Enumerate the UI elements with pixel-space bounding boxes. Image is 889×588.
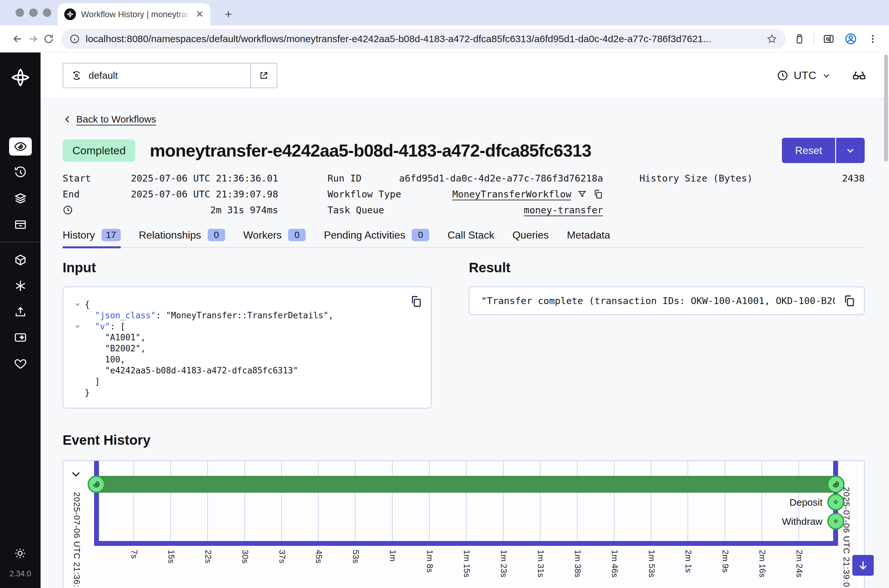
timeline-gridline [355,461,356,541]
task-queue-link[interactable]: money-transfer [523,204,603,216]
labs-glasses-icon[interactable] [852,68,866,82]
workflow-execution-span[interactable] [97,476,835,493]
temporal-logo[interactable] [11,68,30,89]
reload-icon[interactable] [41,31,56,46]
x-axis-tick-label: 2m 1s [683,550,693,573]
schedules-icon [14,166,27,179]
browser-scrollbar-thumb[interactable] [884,54,888,161]
chevron-down-icon [821,70,831,80]
reset-button[interactable]: Reset [782,138,835,163]
collapse-chevron-icon[interactable] [71,301,85,308]
sidebar-item-schedules[interactable] [9,164,32,182]
sidebar-item-nexus[interactable] [9,277,32,295]
timeline-gridline [503,461,504,541]
withdraw-activity-marker[interactable] [827,513,844,530]
result-viewer: "Transfer complete (transaction IDs: OKW… [469,286,865,315]
profile-icon[interactable] [843,31,859,46]
sidebar-item-favorites[interactable] [9,355,32,373]
tab-relationships[interactable]: Relationships0 [139,229,225,248]
x-axis-tick-label: 7s [129,550,139,558]
timeline-start-axis [94,461,99,546]
sidebar-item-namespaces[interactable] [9,251,32,269]
timeline-gridline [392,461,393,541]
bookmark-star-icon[interactable] [766,33,778,44]
timeline-gridline [651,461,651,541]
app-sidebar: 2.34.0 [0,52,41,588]
x-axis-tick-label: 22s [203,550,213,563]
start-label: Start [63,173,91,184]
minimize-window-button[interactable] [29,8,38,17]
close-window-button[interactable] [16,8,24,17]
x-axis-tick-label: 1m 38s [573,550,583,577]
workflow-type-link[interactable]: MoneyTransferWorkflow [452,189,572,200]
tab-history[interactable]: History17 [63,229,121,248]
sidebar-item-archive[interactable] [9,215,32,233]
input-heading: Input [63,260,432,276]
timeline-expand-chevron-icon[interactable] [69,467,83,482]
workflow-type-label: Workflow Type [327,189,401,200]
reset-menu-button[interactable] [836,138,865,163]
temporal-favicon-icon [64,8,76,20]
code-line: "B2002", [71,343,402,354]
address-bar[interactable]: localhost:8080/namespaces/default/workfl… [61,29,786,49]
sidebar-item-import[interactable] [9,303,32,321]
timezone-selector[interactable]: UTC [777,69,831,82]
scroll-to-bottom-button[interactable] [852,555,874,576]
timeline-gridline [207,461,208,541]
back-to-workflows-link[interactable]: Back to Workflows [76,114,156,125]
theme-sun-icon[interactable] [14,547,26,561]
copy-input-button[interactable] [409,295,423,309]
x-axis-tick-label: 53s [351,550,361,563]
x-axis-tick-label: 1m 8s [425,550,435,573]
menu-kebab-icon[interactable] [865,31,881,46]
timeline-gridline [170,461,171,541]
tab-metadata[interactable]: Metadata [567,229,610,248]
url-text[interactable]: localhost:8080/namespaces/default/workfl… [86,33,761,44]
sidebar-item-batch[interactable] [9,189,32,207]
x-axis-tick-label: 1m [388,550,398,561]
code-line: "e4242aa5-b08d-4183-a472-dfca85fc6313" [71,365,402,376]
site-info-icon[interactable] [69,34,80,44]
code-line: { [71,299,402,310]
sidebar-item-feedback[interactable] [9,328,32,347]
tab-close-icon[interactable]: ✕ [196,9,204,19]
tab-call-stack[interactable]: Call Stack [447,229,494,248]
copy-result-button[interactable] [842,294,856,308]
sidebar-divider [0,242,41,243]
input-panel: Input { "json_class": "MoneyTransfer::Tr… [63,260,432,408]
import-icon [14,305,27,319]
x-axis-tick-label: 30s [240,550,250,563]
sidebar-item-workflows[interactable] [9,138,32,156]
x-axis-tick-label: 37s [277,550,287,563]
external-link-icon [259,70,269,80]
workflow-start-marker[interactable] [87,476,105,493]
collapse-chevron-icon[interactable] [71,323,85,330]
forward-icon[interactable] [25,31,41,46]
side-panel-search-icon[interactable] [821,31,836,46]
workflow-end-marker[interactable] [827,476,845,493]
browser-tab[interactable]: Workflow History | moneytran ✕ [58,3,210,25]
namespace-open-button[interactable] [250,63,277,87]
timezone-label: UTC [794,69,816,82]
tab-count-badge: 17 [102,229,121,241]
window-controls[interactable] [16,8,51,17]
archive-icon [14,218,27,231]
timeline-gridline [725,461,725,541]
chrome-actions [792,31,881,46]
extensions-icon[interactable] [792,31,807,46]
tab-workers[interactable]: Workers0 [243,229,306,248]
input-code-viewer: { "json_class": "MoneyTransfer::Transfer… [63,286,432,408]
zoom-window-button[interactable] [43,8,51,17]
tab-queries[interactable]: Queries [512,229,549,248]
new-tab-button[interactable] [221,7,236,21]
deposit-activity-marker[interactable] [827,494,844,510]
namespace-selector[interactable]: default [63,63,277,88]
nexus-icon [14,279,27,293]
tab-pending-activities[interactable]: Pending Activities0 [324,229,429,248]
copy-icon[interactable] [593,189,603,200]
filter-icon[interactable] [577,189,587,199]
chevron-down-icon [845,145,856,156]
back-icon[interactable] [10,31,25,46]
stack-icon [14,192,27,205]
history-size-label: History Size (Bytes) [639,173,753,184]
